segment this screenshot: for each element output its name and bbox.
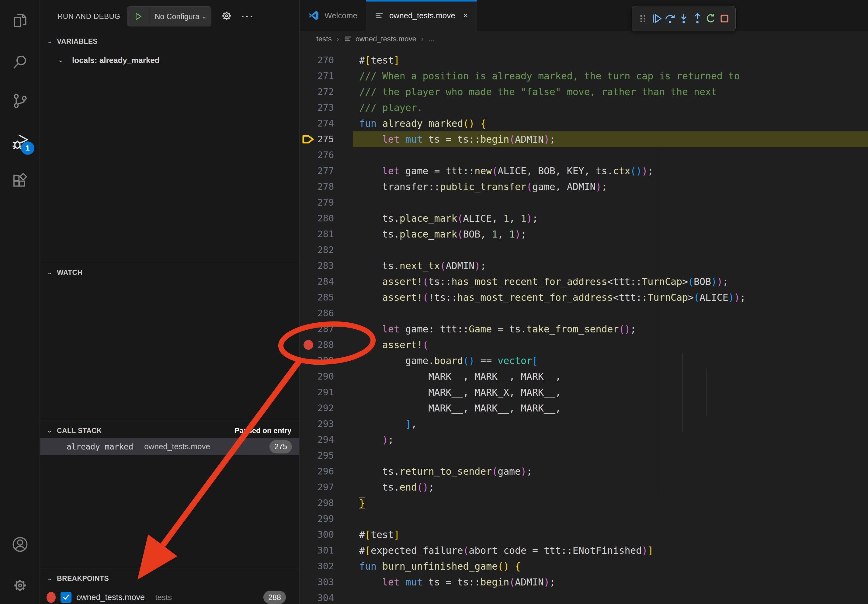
line-number: 286: [318, 305, 334, 321]
stop-icon[interactable]: [718, 12, 731, 25]
code-text: ],: [353, 416, 868, 432]
gutter[interactable]: 272: [299, 84, 353, 100]
gutter[interactable]: 279: [299, 195, 353, 211]
gutter[interactable]: 285: [299, 290, 353, 305]
section-divider: [40, 568, 299, 568]
code-text: ts.place_mark(BOB, 1, 1);: [353, 226, 868, 242]
tab-owned-tests-move[interactable]: owned_tests.move ×: [366, 0, 477, 31]
gutter[interactable]: 280: [299, 211, 353, 226]
gutter[interactable]: 274: [299, 116, 353, 132]
gutter[interactable]: 276: [299, 147, 353, 163]
start-debug-icon[interactable]: [127, 7, 149, 26]
call-stack-section-header[interactable]: ⌄ CALL STACK Paused on entry: [40, 423, 299, 438]
continue-icon[interactable]: [650, 12, 663, 25]
line-number: 280: [318, 211, 334, 226]
variables-section-header[interactable]: ⌄ VARIABLES: [40, 34, 299, 49]
settings-gear-icon[interactable]: [0, 569, 40, 602]
breakpoint-list-item[interactable]: owned_tests.move tests 288: [40, 589, 299, 604]
gutter[interactable]: 273: [299, 100, 353, 116]
gutter[interactable]: 299: [299, 511, 353, 527]
gutter[interactable]: 270: [299, 52, 353, 68]
gutter[interactable]: 282: [299, 242, 353, 258]
code-text: let game: ttt::Game = ts.take_from_sende…: [353, 321, 868, 337]
gutter[interactable]: 275: [299, 132, 353, 147]
extensions-icon[interactable]: [0, 165, 40, 198]
stack-frame-row[interactable]: already_marked owned_tests.move 275: [40, 438, 299, 455]
step-into-icon[interactable]: [677, 12, 690, 25]
account-icon[interactable]: [0, 528, 40, 561]
gutter[interactable]: 271: [299, 68, 353, 84]
line-number: 270: [318, 52, 334, 68]
code-text: assert!(ts::has_most_recent_for_address<…: [353, 274, 868, 290]
locals-label: locals: already_marked: [72, 56, 160, 65]
gutter[interactable]: 281: [299, 226, 353, 242]
gutter[interactable]: 291: [299, 384, 353, 400]
breakpoint-checkbox[interactable]: [60, 592, 71, 603]
breakpoint-dot[interactable]: [304, 340, 313, 350]
tab-bar: Welcome owned_tests.move ×: [299, 0, 868, 31]
gutter[interactable]: 277: [299, 163, 353, 179]
explorer-icon[interactable]: [0, 4, 40, 38]
search-icon[interactable]: [0, 46, 40, 79]
gutter[interactable]: 301: [299, 542, 353, 558]
code-line: 290 MARK__, MARK__, MARK__,: [299, 369, 868, 384]
close-icon[interactable]: ×: [463, 11, 468, 20]
step-over-icon[interactable]: [663, 12, 677, 25]
line-number: 303: [318, 574, 334, 590]
source-control-icon[interactable]: [0, 84, 40, 118]
gutter[interactable]: 303: [299, 574, 353, 590]
tab-welcome[interactable]: Welcome: [299, 0, 366, 31]
restart-icon[interactable]: [704, 12, 718, 25]
gutter[interactable]: 286: [299, 305, 353, 321]
breadcrumb-file[interactable]: owned_tests.move: [355, 35, 416, 43]
toolbar-drag-handle[interactable]: [636, 12, 649, 25]
gutter[interactable]: 287: [299, 321, 353, 337]
step-out-icon[interactable]: [691, 12, 704, 25]
breadcrumb-folder[interactable]: tests: [316, 35, 332, 43]
gutter[interactable]: 298: [299, 495, 353, 511]
debug-toolbar: [632, 6, 736, 31]
code-line: 303 let mut ts = ts::begin(ADMIN);: [299, 574, 868, 590]
gutter[interactable]: 284: [299, 274, 353, 290]
gutter[interactable]: 304: [299, 590, 353, 604]
debug-sidebar: RUN AND DEBUG No Configura ⌄ ··· ⌄ VARIA…: [40, 0, 299, 604]
code-text: [353, 590, 868, 604]
code-line: 273/// player.: [299, 100, 868, 116]
debug-settings-gear-icon[interactable]: [220, 9, 233, 24]
locals-scope-row[interactable]: ⌄ locals: already_marked: [40, 52, 299, 68]
gutter[interactable]: 294: [299, 432, 353, 448]
gutter[interactable]: 293: [299, 416, 353, 432]
run-and-debug-icon[interactable]: 1: [0, 125, 40, 159]
gutter[interactable]: 295: [299, 448, 353, 463]
line-number: 288: [318, 337, 334, 353]
watch-section-header[interactable]: ⌄ WATCH: [40, 265, 299, 280]
code-line: 297 ts.end();: [299, 479, 868, 495]
code-text: fun already_marked() {: [353, 116, 868, 132]
code-text: let mut ts = ts::begin(ADMIN);: [353, 132, 868, 147]
gutter[interactable]: 296: [299, 463, 353, 479]
breakpoints-section-header[interactable]: ⌄ BREAKPOINTS: [40, 571, 299, 586]
code-line: 301#[expected_failure(abort_code = ttt::…: [299, 542, 868, 558]
line-number: 301: [318, 542, 334, 558]
code-text: let mut ts = ts::begin(ADMIN);: [353, 574, 868, 590]
breadcrumb-symbol[interactable]: ...: [429, 35, 435, 43]
code-line: 275 let mut ts = ts::begin(ADMIN);: [299, 132, 868, 147]
launch-configuration-dropdown[interactable]: No Configura ⌄: [127, 6, 212, 26]
code-text: [353, 305, 868, 321]
chevron-down-icon: ⌄: [46, 269, 53, 276]
gutter[interactable]: 283: [299, 258, 353, 274]
gutter[interactable]: 300: [299, 527, 353, 542]
more-actions-icon[interactable]: ···: [241, 11, 254, 23]
gutter[interactable]: 288: [299, 337, 353, 353]
configuration-label: No Configura: [149, 12, 202, 21]
breakpoint-dot-icon: [46, 592, 56, 603]
code-line: 274fun already_marked() {: [299, 116, 868, 132]
gutter[interactable]: 297: [299, 479, 353, 495]
gutter[interactable]: 289: [299, 353, 353, 369]
sidebar-title: RUN AND DEBUG: [57, 12, 121, 21]
gutter[interactable]: 290: [299, 369, 353, 384]
gutter[interactable]: 278: [299, 179, 353, 195]
gutter[interactable]: 302: [299, 558, 353, 574]
code-text: game.board() == vector[: [353, 353, 868, 369]
gutter[interactable]: 292: [299, 400, 353, 416]
